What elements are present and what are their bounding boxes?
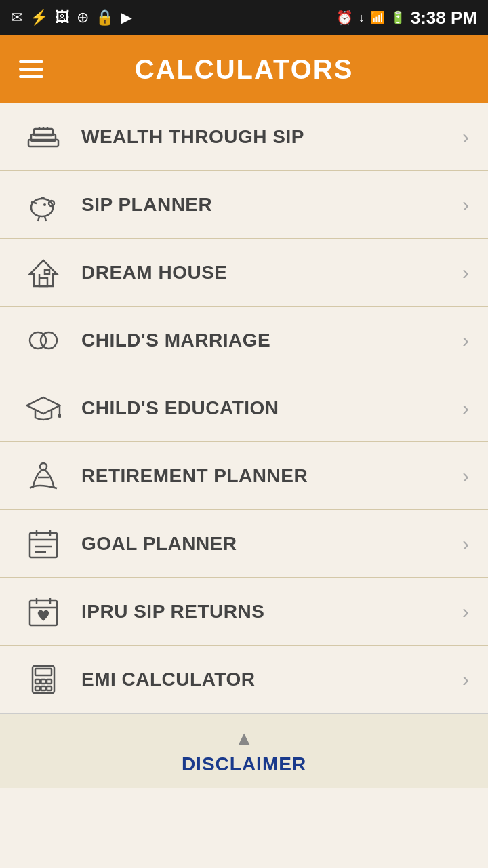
time-display: 3:38 PM [411, 7, 477, 28]
money-stack-icon [19, 119, 68, 155]
svg-rect-40 [47, 686, 52, 690]
signal-icon: 📶 [370, 10, 385, 25]
disclaimer-footer[interactable]: ▲ DISCLAIMER [0, 713, 488, 788]
svg-rect-35 [35, 679, 40, 684]
svg-rect-37 [47, 679, 52, 684]
piggy-bank-icon [19, 187, 68, 222]
house-icon [19, 255, 68, 290]
svg-marker-12 [30, 260, 57, 286]
chevron-right-icon: › [462, 125, 469, 149]
calendar-icon [19, 526, 68, 561]
chevron-right-icon: › [462, 600, 469, 623]
app-header: CALCULATORS [0, 35, 488, 103]
svg-rect-34 [35, 669, 52, 675]
sip-planner-label: SIP PLANNER [68, 194, 462, 216]
chevron-right-icon: › [462, 261, 469, 284]
chevron-right-icon: › [462, 193, 469, 216]
svg-marker-18 [27, 397, 60, 414]
graduation-icon [19, 391, 68, 426]
childs-marriage-label: CHILD'S MARRIAGE [68, 330, 462, 351]
calculator-menu-list: WEALTH THROUGH SIP › SIP PLANNER › [0, 103, 488, 713]
hamburger-menu-button[interactable] [19, 60, 43, 78]
menu-item-childs-education[interactable]: CHILD'S EDUCATION › [0, 374, 488, 442]
image-icon: 🖼 [55, 9, 70, 26]
chevron-right-icon: › [462, 465, 469, 488]
retirement-planner-label: RETIREMENT PLANNER [68, 465, 462, 487]
calculator-icon [19, 662, 68, 697]
svg-rect-15 [45, 270, 49, 274]
chevron-right-icon: › [462, 532, 469, 555]
page-title: CALCULATORS [135, 54, 354, 85]
svg-point-17 [41, 332, 57, 349]
menu-item-childs-marriage[interactable]: CHILD'S MARRIAGE › [0, 307, 488, 374]
menu-item-ipru-sip[interactable]: IPRU SIP RETURNS › [0, 578, 488, 646]
dream-house-label: DREAM HOUSE [68, 262, 462, 283]
childs-education-label: CHILD'S EDUCATION [68, 397, 462, 419]
status-icons-left: ✉ ⚡ 🖼 ⊕ 🔒 ▶ [11, 9, 132, 26]
chevron-right-icon: › [462, 668, 469, 691]
svg-rect-23 [30, 533, 57, 557]
chevron-right-icon: › [462, 397, 469, 420]
wealth-sip-label: WEALTH THROUGH SIP [68, 126, 462, 148]
download-icon: ↓ [359, 11, 365, 25]
email-icon: ✉ [11, 9, 23, 26]
ipru-sip-returns-label: IPRU SIP RETURNS [68, 601, 462, 623]
lock-icon: 🔒 [96, 9, 114, 26]
menu-item-emi-calculator[interactable]: EMI CALCULATOR › [0, 646, 488, 713]
menu-item-dream-house[interactable]: DREAM HOUSE › [0, 239, 488, 307]
goal-planner-label: GOAL PLANNER [68, 533, 462, 555]
menu-item-wealth-sip[interactable]: WEALTH THROUGH SIP › [0, 103, 488, 171]
chevron-right-icon: › [462, 329, 469, 352]
svg-point-20 [58, 414, 61, 418]
play-icon: ▶ [121, 9, 132, 26]
svg-line-8 [38, 216, 39, 221]
svg-line-9 [45, 216, 46, 221]
rocking-chair-icon [19, 458, 68, 494]
svg-point-11 [43, 203, 46, 206]
calendar-heart-icon [19, 594, 68, 629]
menu-item-sip-planner[interactable]: SIP PLANNER › [0, 171, 488, 239]
battery-icon: 🔋 [390, 10, 405, 25]
status-icons-right: ⏰ ↓ 📶 🔋 3:38 PM [336, 7, 477, 28]
rings-icon [19, 323, 68, 358]
svg-rect-39 [41, 686, 46, 690]
disclaimer-label: DISCLAIMER [182, 753, 306, 775]
menu-item-goal-planner[interactable]: GOAL PLANNER › [0, 510, 488, 578]
status-bar: ✉ ⚡ 🖼 ⊕ 🔒 ▶ ⏰ ↓ 📶 🔋 3:38 PM [0, 0, 488, 35]
svg-rect-36 [41, 679, 46, 684]
usb-icon: ⚡ [30, 9, 48, 26]
chevron-up-icon: ▲ [235, 728, 253, 749]
svg-rect-38 [35, 686, 40, 690]
menu-item-retirement[interactable]: RETIREMENT PLANNER › [0, 442, 488, 510]
wifi-icon: ⊕ [77, 9, 89, 26]
emi-calculator-label: EMI CALCULATOR [68, 669, 462, 690]
svg-rect-13 [39, 278, 47, 286]
alarm-icon: ⏰ [336, 9, 353, 26]
